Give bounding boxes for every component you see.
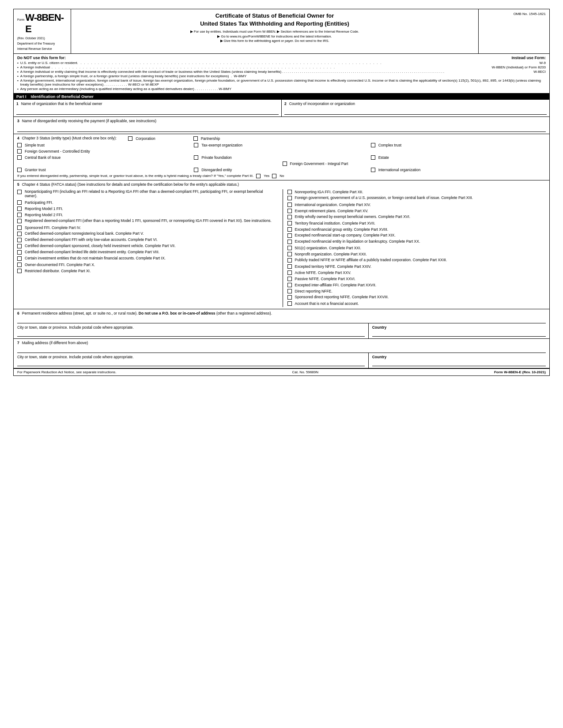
q7-section: 7 Mailing address (if different from abo…: [14, 339, 549, 368]
cb-restricted-distributor[interactable]: [17, 269, 22, 273]
cb-certified-low-value[interactable]: [17, 238, 22, 242]
ch4-publicly-traded: Publicly traded NFFE or NFFE affiliate o…: [295, 258, 447, 262]
dept2: Internal Revenue Service: [17, 47, 67, 51]
do-not-use-us-entity: U.S. entity or U.S. citizen or resident: [20, 61, 77, 65]
dept1: Department of the Treasury: [17, 41, 67, 45]
q7-country-input[interactable]: [372, 360, 546, 366]
q2-input[interactable]: [284, 107, 547, 115]
form-ref-w8eci1: W-8ECI: [533, 70, 546, 74]
cb-simple-trust[interactable]: [17, 143, 22, 147]
cb-publicly-traded-nffe[interactable]: [287, 258, 292, 263]
cb-complex-trust[interactable]: [371, 143, 375, 147]
cb-corporation[interactable]: [128, 136, 132, 141]
ch4-501c: 501(c) organization. Complete Part XXI.: [295, 246, 361, 250]
q6-num: 6: [17, 311, 19, 315]
q5-num: 5: [17, 182, 19, 187]
cb-nonreporting-iga[interactable]: [287, 190, 292, 194]
cb-sponsored-direct[interactable]: [287, 295, 292, 300]
cb-certified-limited-life[interactable]: [17, 250, 22, 255]
cb-foreign-govt-controlled[interactable]: [17, 149, 22, 154]
cb-reporting-model1[interactable]: [17, 206, 22, 211]
cb-estate[interactable]: [371, 155, 375, 160]
q1-input[interactable]: [16, 107, 279, 115]
cb-owner-documented[interactable]: [17, 263, 22, 267]
cb-excepted-territory-nffe[interactable]: [287, 264, 292, 269]
cb-exempt-retirement[interactable]: [287, 209, 292, 213]
q3-input[interactable]: [17, 124, 546, 132]
q7-city-input[interactable]: [17, 360, 365, 366]
cb-account-not-financial[interactable]: [287, 301, 292, 306]
cb-entity-wholly-owned[interactable]: [287, 215, 292, 219]
part1-header: Part I Identification of Beneficial Owne…: [14, 94, 549, 100]
cb-excepted-interaffiliate[interactable]: [287, 283, 292, 287]
footer-form-ref: Form W-8BEN-E (Rev. 10-2021): [494, 370, 546, 374]
form-title-line2: United States Tax Withholding and Report…: [200, 20, 349, 27]
cb-disregarded[interactable]: [194, 168, 198, 172]
ch4-reporting-model1: Reporting Model 1 FFI.: [25, 206, 63, 211]
form-ref-w9: W-9: [538, 61, 546, 65]
cb-certain-investment[interactable]: [17, 256, 22, 261]
ch4-excepted-liquidation: Excepted nonfinancial entity in liquidat…: [295, 239, 420, 244]
ch4-excepted-interaffiliate: Excepted inter-affiliate FFI. Complete P…: [295, 283, 377, 287]
q1-num: 1: [16, 101, 19, 106]
cb-excepted-liquidation[interactable]: [287, 240, 292, 244]
cb-certified-nonregistering[interactable]: [17, 232, 22, 236]
q3-num: 3: [17, 119, 19, 123]
q4-complex-trust: Complex trust: [378, 143, 401, 147]
form-ref-w8ben: W-8BEN (Individual) or Form 8233: [491, 65, 546, 69]
instead-use-header: Instead use Form:: [511, 56, 546, 60]
cb-excepted-nonfinancial-group[interactable]: [287, 227, 292, 232]
cb-active-nffe[interactable]: [287, 270, 292, 275]
cb-yes[interactable]: [256, 174, 261, 178]
cb-nonparticipating-ffi[interactable]: [17, 190, 22, 194]
q6-country-input[interactable]: [372, 330, 546, 337]
part1-title: Identification of Beneficial Owner: [31, 94, 94, 99]
ch4-nonparticipating: Nonparticipating FFI (including an FFI r…: [25, 189, 276, 198]
omb-number: OMB No. 1545-1621: [479, 9, 549, 53]
q6-address-input[interactable]: [17, 317, 546, 323]
cb-foreign-govt-ch4[interactable]: [287, 196, 292, 200]
do-not-use-imy2: Any person acting as an intermediary (in…: [20, 87, 546, 91]
cb-excepted-startup[interactable]: [287, 233, 292, 238]
cb-501c[interactable]: [287, 246, 292, 250]
cb-intl-org-ch4[interactable]: [287, 203, 292, 207]
q6-city-input[interactable]: [17, 330, 365, 337]
cb-tax-exempt[interactable]: [194, 143, 198, 147]
cb-central-bank[interactable]: [17, 155, 22, 160]
cb-passive-nffe[interactable]: [287, 277, 292, 281]
cb-sponsored-ffi[interactable]: [17, 225, 22, 230]
cb-grantor-trust[interactable]: [17, 168, 22, 172]
list-item: • A foreign individual . . . . . . . . .…: [17, 65, 546, 69]
q6-label-row: 6 Permanent residence address (street, a…: [14, 309, 549, 317]
ch4-entity-wholly: Entity wholly owned by exempt beneficial…: [295, 214, 411, 219]
q2-section: 2 Country of incorporation or organizati…: [282, 100, 549, 116]
q4-partnership: Partnership: [201, 136, 220, 141]
cb-intl-org[interactable]: [371, 168, 375, 172]
q6-country-label: Country: [372, 325, 546, 330]
cb-territory-financial[interactable]: [287, 221, 292, 225]
ch4-account-not-financial: Account that is not a financial account.: [295, 301, 359, 306]
ch4-nonprofit: Nonprofit organization. Complete Part XX…: [295, 252, 367, 256]
ch4-reporting-model2: Reporting Model 2 FFI.: [25, 213, 63, 217]
cb-no[interactable]: [272, 174, 276, 178]
q4-central-bank: Central Bank of Issue: [25, 155, 60, 160]
ch4-intl-org: International organization. Complete Par…: [295, 203, 371, 207]
cb-private-foundation[interactable]: [194, 155, 198, 160]
q1-section: 1 Name of organization that is the benef…: [14, 100, 282, 116]
cb-certified-sponsored-closely[interactable]: [17, 244, 22, 248]
cb-nonprofit[interactable]: [287, 252, 292, 256]
q4-no: No: [280, 174, 284, 178]
cb-foreign-govt-integral[interactable]: [283, 161, 287, 166]
cb-partnership[interactable]: [193, 136, 198, 141]
q7-city-section: City or town, state or province. Include…: [14, 353, 369, 368]
ch4-nonreporting-iga: Nonreporting IGA FFI. Complete Part XII.: [295, 190, 363, 194]
ch4-participating: Participating FFI.: [25, 200, 53, 205]
cb-participating-ffi[interactable]: [17, 200, 22, 205]
cb-reporting-model2[interactable]: [17, 213, 22, 217]
cb-registered-deemed-compliant[interactable]: [17, 219, 22, 223]
q7-address-input[interactable]: [17, 347, 546, 353]
list-item: • A foreign government, international or…: [17, 79, 546, 86]
q4-disregarded: Disregarded entity: [201, 168, 232, 172]
cb-direct-reporting[interactable]: [287, 289, 292, 293]
footer-cat-no: Cat. No. 59689N: [292, 370, 318, 374]
